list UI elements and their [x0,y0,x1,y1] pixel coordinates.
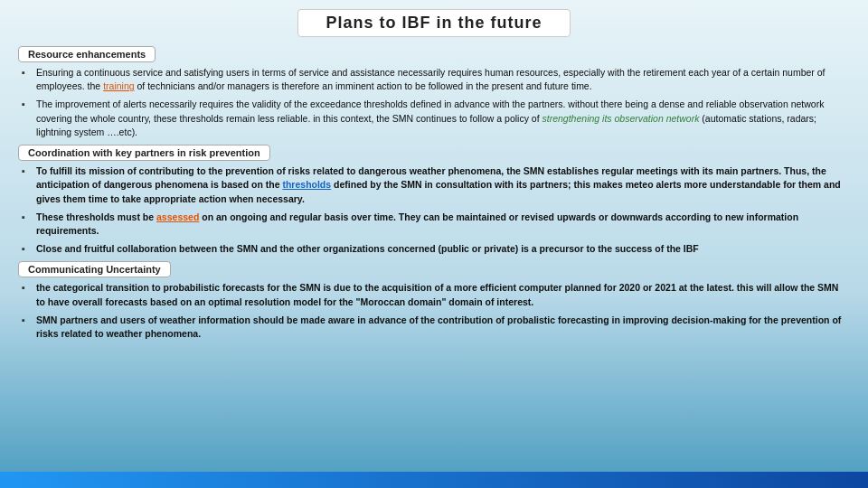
re-bullet-1-text: Ensuring a continuous service and satisf… [36,66,850,93]
section-header-resource: Resource enhancements [18,46,156,62]
observation-network-text: strengthening its observation network [542,113,700,124]
training-text: training [103,80,134,91]
coord-bullet-3-text: Close and fruitful collaboration between… [36,242,699,256]
bullet-marker: ▪ [22,243,33,254]
bottom-bar [0,472,868,488]
bullet-marker: ▪ [22,211,33,222]
cu-bullet-1-text: the categorical transition to probabilis… [36,281,850,308]
page-title: Plans to IBF in the future [297,9,570,37]
bullet-marker: ▪ [22,99,33,109]
cu-bullet-2: ▪ SMN partners and users of weather info… [18,314,850,341]
page-title-container: Plans to IBF in the future [18,9,850,37]
coord-bullet-3: ▪ Close and fruitful collaboration betwe… [18,242,850,256]
section-resource-enhancements: Resource enhancements ▪ Ensuring a conti… [18,46,850,139]
bullet-marker: ▪ [22,165,33,176]
cu-bullet-2-text: SMN partners and users of weather inform… [36,314,850,341]
coord-bullet-1: ▪ To fulfill its mission of contributing… [18,164,850,206]
bullet-marker: ▪ [22,282,33,293]
page-container: Plans to IBF in the future Resource enha… [0,0,868,488]
re-bullet-2-text: The improvement of alerts necessarily re… [36,98,850,139]
section-header-communicating: Communicating Uncertainty [18,261,171,277]
thresholds-link: thresholds [282,179,331,190]
coord-bullet-1-text: To fulfill its mission of contributing t… [36,164,850,206]
section-header-coordination: Coordination with key partners in risk p… [18,145,270,161]
re-bullet-2: ▪ The improvement of alerts necessarily … [18,98,850,139]
section-communicating-uncertainty: Communicating Uncertainty ▪ the categori… [18,261,850,341]
bullet-marker: ▪ [22,67,33,78]
section-coordination: Coordination with key partners in risk p… [18,145,850,256]
coord-bullet-2: ▪ These thresholds must be assessed on a… [18,211,850,238]
cu-bullet-1: ▪ the categorical transition to probabil… [18,281,850,308]
bullet-marker: ▪ [22,314,33,325]
re-bullet-1: ▪ Ensuring a continuous service and sati… [18,66,850,93]
assessed-text: assessed [156,211,199,222]
coord-bullet-2-text: These thresholds must be assessed on an … [36,211,850,238]
